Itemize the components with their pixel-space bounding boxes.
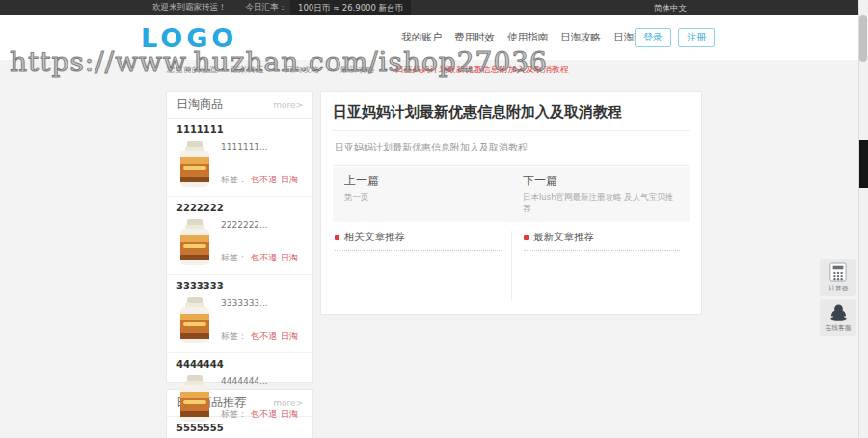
product-desc[interactable]: 3333333... [221, 298, 303, 308]
scrollbar-thumb[interactable] [859, 15, 867, 62]
product-list-item[interactable]: 3333333 3333333... 标签：包不退日淘 [167, 275, 312, 353]
breadcrumb-separator: > [381, 65, 389, 74]
customer-service-label: 在线客服 [826, 324, 852, 333]
calculator-widget[interactable]: 计算器 [820, 259, 856, 296]
tag-label: 标签： [221, 253, 247, 262]
feedback-side-tab[interactable] [859, 140, 868, 188]
breadcrumb: 您当前的位置： 霸家转运 > 日淘攻略 > 最新攻略 > 日亚妈妈计划最新优惠信… [166, 64, 569, 76]
bullet-icon [335, 235, 339, 240]
product-title[interactable]: 1111111 [176, 124, 303, 135]
tag[interactable]: 包不退 [251, 175, 277, 184]
tag-label: 标签： [221, 331, 247, 341]
panel-title: 日淘商品 [176, 96, 223, 113]
article-panel: 日亚妈妈计划最新优惠信息附加入及取消教程 日亚妈妈计划最新优惠信息附加入及取消教… [320, 91, 702, 315]
more-link[interactable]: more> [273, 100, 303, 110]
scrollbar[interactable] [858, 0, 868, 438]
product-list-item[interactable]: 2222222 2222222... 标签：包不退日淘 [167, 197, 312, 275]
product-tags: 标签：包不退日淘 [221, 252, 303, 264]
bullet-icon [524, 235, 529, 240]
site-logo[interactable]: LOGO [141, 23, 237, 53]
breadcrumb-current: 日亚妈妈计划最新优惠信息附加入及取消教程 [395, 65, 569, 74]
content: 日淘商品 more> 1111111 1111111... [166, 91, 702, 438]
breadcrumb-separator: > [271, 65, 279, 74]
topbar: 欢迎来到霸家转运！ 今日汇率： 100日币 ≈ 26.9000 新台币 简体中文 [0, 0, 868, 15]
product-tags: 标签：包不退日淘 [221, 174, 303, 186]
sidebar-panel-products: 日淘商品 more> 1111111 1111111... [166, 91, 313, 383]
breadcrumb-home[interactable]: 霸家转运 [230, 65, 264, 74]
product-bottle-image [176, 296, 213, 344]
tag[interactable]: 日淘 [281, 409, 298, 419]
calculator-label: 计算器 [828, 285, 848, 293]
tag-label: 标签： [221, 409, 247, 419]
prev-article-link[interactable]: 第一页 [344, 192, 500, 204]
prev-next-nav: 上一篇 第一页 下一篇 日本lush官网最新注册攻略 及人气宝贝推荐 [333, 167, 690, 222]
product-desc[interactable]: 2222222... [221, 220, 303, 230]
sidebar: 日淘商品 more> 1111111 1111111... [166, 91, 313, 438]
header: LOGO 我的账户 费用时效 使用指南 日淘攻略 日淘商品 登录 注册 [0, 15, 868, 60]
breadcrumb-subsection[interactable]: 最新攻略 [339, 65, 374, 74]
tag[interactable]: 包不退 [251, 331, 277, 341]
next-article[interactable]: 下一篇 日本lush官网最新注册攻略 及人气宝贝推荐 [511, 167, 690, 222]
latest-articles-title: 最新文章推荐 [533, 231, 594, 244]
nav-item-strategy[interactable]: 日淘攻略 [560, 31, 601, 44]
related-sections: 相关文章推荐 最新文章推荐 [333, 231, 690, 300]
related-articles-header: 相关文章推荐 [335, 231, 502, 251]
breadcrumb-prefix: 您当前的位置： [166, 65, 227, 74]
product-tags: 标签：包不退日淘 [221, 330, 303, 342]
exchange-rate-label: 今日汇率： [246, 2, 287, 14]
breadcrumb-separator: > [326, 65, 334, 74]
product-tags: 标签：包不退日淘 [221, 408, 303, 421]
calculator-icon [829, 262, 847, 282]
related-articles-title: 相关文章推荐 [344, 231, 405, 244]
welcome-text: 欢迎来到霸家转运！ [152, 2, 227, 14]
exchange-rate-value: 100日币 ≈ 26.9000 新台币 [290, 0, 411, 15]
breadcrumb-section[interactable]: 日淘攻略 [285, 65, 319, 74]
product-desc[interactable]: 4444444... [221, 376, 303, 386]
product-bottle-image [176, 140, 213, 188]
tag-label: 标签： [221, 175, 247, 184]
tag[interactable]: 日淘 [281, 253, 298, 262]
next-label: 下一篇 [523, 173, 678, 189]
tag[interactable]: 包不退 [251, 253, 277, 262]
article-body: 日亚妈妈计划最新优惠信息附加入及取消教程 [333, 131, 690, 166]
article-title: 日亚妈妈计划最新优惠信息附加入及取消教程 [333, 103, 690, 131]
latest-articles-header: 最新文章推荐 [524, 231, 680, 251]
nav-item-my-account[interactable]: 我的账户 [401, 31, 442, 44]
qq-penguin-icon [829, 303, 848, 321]
product-list-item[interactable]: 4444444 4444444... 标签：包不退日淘 [167, 353, 312, 430]
language-switcher[interactable]: 简体中文 [654, 0, 687, 15]
product-title[interactable]: 2222222 [176, 203, 303, 213]
floating-toolbar: 计算器 在线客服 [820, 259, 856, 339]
product-desc[interactable]: 1111111... [221, 142, 303, 151]
nav-item-guide[interactable]: 使用指南 [507, 31, 548, 44]
tag[interactable]: 日淘 [281, 175, 298, 184]
product-bottle-image [176, 374, 213, 423]
related-articles-column: 相关文章推荐 [333, 231, 511, 300]
latest-articles-column: 最新文章推荐 [511, 231, 690, 300]
topbar-left: 欢迎来到霸家转运！ 今日汇率： 100日币 ≈ 26.9000 新台币 [152, 0, 411, 15]
tag[interactable]: 日淘 [281, 331, 298, 341]
prev-label: 上一篇 [344, 173, 500, 189]
nav-item-fees[interactable]: 费用时效 [454, 31, 495, 44]
customer-service-widget[interactable]: 在线客服 [820, 299, 856, 336]
product-bottle-image [176, 218, 213, 266]
product-title[interactable]: 3333333 [176, 281, 303, 291]
register-button[interactable]: 注册 [678, 28, 715, 47]
login-button[interactable]: 登录 [635, 28, 671, 47]
main-nav: 我的账户 费用时效 使用指南 日淘攻略 日淘商品 [401, 15, 654, 60]
product-list-item[interactable]: 1111111 1111111... 标签：包不退日淘 [167, 119, 312, 197]
prev-article[interactable]: 上一篇 第一页 [333, 167, 511, 222]
next-article-link[interactable]: 日本lush官网最新注册攻略 及人气宝贝推荐 [523, 192, 678, 215]
panel-header: 日淘商品 more> [167, 92, 312, 119]
tag[interactable]: 包不退 [251, 409, 277, 419]
page: 欢迎来到霸家转运！ 今日汇率： 100日币 ≈ 26.9000 新台币 简体中文… [0, 0, 868, 438]
product-title[interactable]: 4444444 [176, 359, 303, 370]
auth-buttons: 登录 注册 [635, 15, 715, 60]
